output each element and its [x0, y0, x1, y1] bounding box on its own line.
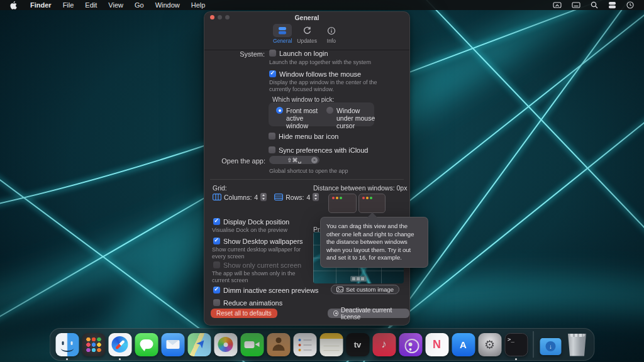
- shortcut-sub: Global shortcut to open the app: [269, 168, 395, 175]
- launch-on-login-checkbox[interactable]: [269, 50, 276, 57]
- dock-news[interactable]: N: [425, 329, 449, 359]
- preview-dock: [350, 276, 367, 282]
- radio-window-under[interactable]: Window under mouse cursor: [326, 107, 377, 126]
- dock-terminal[interactable]: >_: [504, 329, 528, 359]
- gear-glyph: ⚙: [484, 337, 495, 352]
- rows-label: Rows:: [286, 194, 304, 201]
- menu-window[interactable]: Window: [150, 1, 186, 9]
- download-arrow-icon: ↓: [546, 341, 556, 351]
- safari-icon: [108, 333, 131, 356]
- reset-defaults-button[interactable]: Reset all to defaults: [211, 309, 277, 318]
- hide-menu-bar-checkbox[interactable]: [269, 133, 275, 140]
- terminal-prompt-glyph: >_: [508, 336, 514, 343]
- facetime-icon: [240, 333, 264, 356]
- dock-facetime[interactable]: [240, 329, 264, 359]
- dock-finder[interactable]: [55, 329, 79, 359]
- running-indicator: [119, 358, 121, 360]
- menu-edit[interactable]: Edit: [79, 1, 103, 9]
- which-window-group: Front most active window Window under mo…: [269, 102, 374, 126]
- dock-safari[interactable]: [108, 329, 132, 359]
- dock-photos[interactable]: [214, 329, 238, 359]
- desktop: Finder File Edit View Go Window Help: [0, 0, 644, 362]
- launch-on-login-label: Launch on login: [279, 50, 328, 57]
- dock-contacts[interactable]: [267, 329, 291, 359]
- appstore-glyph: A: [460, 339, 467, 350]
- deactivate-license-label: Deactivate current license: [341, 307, 404, 321]
- shortcut-value: ⇧⌘␣: [287, 157, 301, 163]
- shortcut-field[interactable]: ⇧⌘␣ ×: [269, 156, 319, 164]
- finder-icon: [55, 333, 79, 356]
- contacts-icon: [267, 333, 290, 356]
- screen-mirroring-icon[interactable]: [549, 2, 565, 9]
- news-icon: N: [425, 333, 448, 356]
- rows-value: 4: [306, 194, 310, 201]
- menu-go[interactable]: Go: [129, 1, 150, 9]
- menu-file[interactable]: File: [57, 1, 80, 9]
- dock-notes[interactable]: [319, 329, 343, 359]
- display-dock-checkbox[interactable]: [213, 218, 220, 225]
- dock-podcasts[interactable]: [399, 329, 423, 359]
- dimm-previews-label: Dimm inactive screen previews: [223, 287, 319, 294]
- dock-downloads[interactable]: ↓: [539, 329, 563, 359]
- podcasts-icon: [399, 333, 422, 356]
- tooltip-text: You can drag this view and the other one…: [326, 222, 414, 261]
- deactivate-license-button[interactable]: Deactivate current license: [328, 309, 409, 318]
- show-wallpapers-sub: Show current desktop wallpaper for every…: [212, 246, 306, 260]
- clear-shortcut-icon[interactable]: ×: [311, 157, 318, 163]
- reduce-animations-label: Reduce animations: [223, 299, 282, 307]
- app-menubar-icon[interactable]: [604, 1, 620, 9]
- settings-gear-icon: ⚙: [478, 333, 501, 356]
- set-custom-image-button[interactable]: Set custom image: [331, 285, 399, 294]
- keyboard-icon[interactable]: [568, 2, 584, 8]
- menu-help[interactable]: Help: [186, 1, 211, 9]
- spotlight-search-icon[interactable]: [587, 1, 602, 9]
- radio-front-most[interactable]: Front most active window: [276, 107, 326, 126]
- only-current-screen-sub: The app will be shown only in the curren…: [212, 270, 303, 284]
- hide-menu-bar-label: Hide menu bar icon: [279, 133, 338, 140]
- dock-settings[interactable]: ⚙: [478, 329, 502, 359]
- dock-mail[interactable]: [161, 329, 185, 359]
- terminal-icon: >_: [504, 333, 528, 356]
- reduce-animations-checkbox[interactable]: [213, 299, 220, 306]
- dock-messages[interactable]: [135, 329, 158, 359]
- deactivate-icon: [333, 310, 338, 316]
- launch-on-login-sub: Launch the app together with the system: [269, 59, 395, 66]
- music-icon: ♪: [372, 333, 396, 356]
- menu-bar: Finder File Edit View Go Window Help: [0, 0, 644, 10]
- preferences-window: General General Updates Info: [204, 11, 410, 326]
- dock-separator: [533, 331, 534, 358]
- dimm-previews-checkbox[interactable]: [213, 287, 220, 293]
- show-wallpapers-checkbox[interactable]: [213, 238, 220, 244]
- dock-maps[interactable]: [187, 329, 211, 359]
- sync-icloud-checkbox[interactable]: [269, 146, 275, 153]
- dock-music[interactable]: ♪: [372, 329, 396, 359]
- display-dock-sub: Visualise Dock on the preview: [212, 227, 313, 234]
- distance-window-left[interactable]: [328, 194, 357, 213]
- trash-icon: [565, 333, 589, 356]
- dock-tv[interactable]: tv: [346, 329, 370, 359]
- dock-reminders[interactable]: [293, 329, 317, 359]
- sync-icloud-label: Sync preferences with iCloud: [279, 146, 368, 154]
- apple-menu-icon[interactable]: [6, 1, 21, 9]
- photos-icon: [214, 333, 237, 356]
- music-note-glyph: ♪: [381, 338, 387, 351]
- columns-label: Columns:: [224, 194, 252, 201]
- window-under-radio[interactable]: [326, 107, 333, 114]
- clock-icon[interactable]: [623, 1, 638, 9]
- only-current-screen-checkbox[interactable]: [213, 261, 220, 268]
- dock-trash[interactable]: [565, 329, 589, 359]
- menu-view[interactable]: View: [103, 1, 129, 9]
- image-icon: [336, 287, 343, 292]
- rows-stepper[interactable]: [313, 193, 319, 201]
- distance-window-right[interactable]: [358, 194, 386, 213]
- running-indicator: [66, 358, 68, 360]
- front-most-radio[interactable]: [276, 107, 283, 114]
- menu-finder[interactable]: Finder: [25, 1, 57, 9]
- dock-launchpad[interactable]: [82, 329, 106, 359]
- dock-appstore[interactable]: A: [452, 329, 475, 359]
- columns-stepper[interactable]: [260, 193, 267, 201]
- window-follows-checkbox[interactable]: [269, 70, 276, 77]
- downloads-folder-icon: ↓: [540, 338, 562, 355]
- window-under-label: Window under mouse cursor: [336, 107, 377, 126]
- distance-label: Distance between windows: 0px: [313, 184, 407, 192]
